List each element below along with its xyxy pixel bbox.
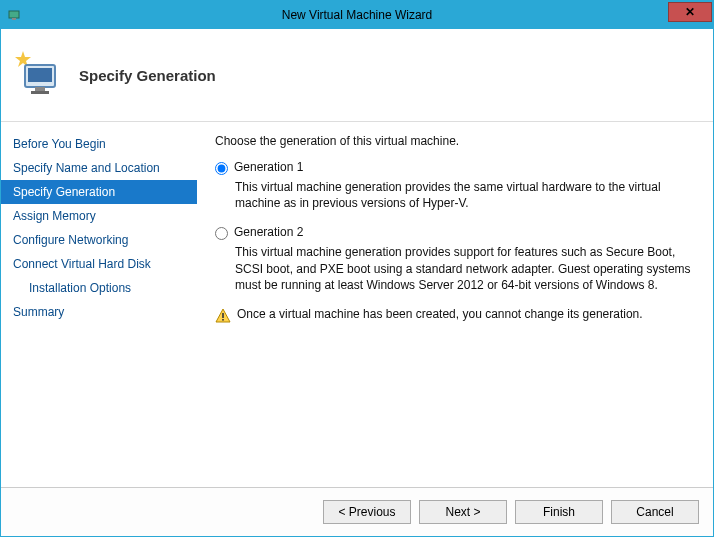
page-heading: Specify Generation (79, 67, 216, 84)
content-pane: Choose the generation of this virtual ma… (197, 122, 713, 487)
wizard-header: Specify Generation (1, 29, 713, 122)
step-specify-generation[interactable]: Specify Generation (1, 180, 197, 204)
step-specify-name-location[interactable]: Specify Name and Location (1, 156, 197, 180)
warning-text: Once a virtual machine has been created,… (237, 307, 643, 321)
gen2-option[interactable]: Generation 2 (215, 225, 697, 240)
cancel-button[interactable]: Cancel (611, 500, 699, 524)
previous-button[interactable]: < Previous (323, 500, 411, 524)
step-before-you-begin[interactable]: Before You Begin (1, 132, 197, 156)
wizard-footer: < Previous Next > Finish Cancel (1, 487, 713, 536)
svg-rect-9 (222, 319, 224, 321)
wizard-window: New Virtual Machine Wizard ✕ Specify Gen… (0, 0, 714, 537)
titlebar: New Virtual Machine Wizard ✕ (1, 1, 713, 29)
step-summary[interactable]: Summary (1, 300, 197, 324)
svg-rect-8 (222, 313, 224, 318)
step-installation-options[interactable]: Installation Options (1, 276, 197, 300)
gen1-radio[interactable] (215, 162, 228, 175)
svg-rect-6 (31, 91, 49, 94)
warning-icon (215, 308, 231, 324)
svg-rect-5 (35, 87, 45, 91)
warning-row: Once a virtual machine has been created,… (215, 307, 697, 324)
step-configure-networking[interactable]: Configure Networking (1, 228, 197, 252)
wizard-icon (11, 47, 67, 103)
gen2-radio[interactable] (215, 227, 228, 240)
gen1-label: Generation 1 (234, 160, 303, 174)
instruction-text: Choose the generation of this virtual ma… (215, 134, 697, 148)
gen2-description: This virtual machine generation provides… (235, 244, 697, 293)
gen1-description: This virtual machine generation provides… (235, 179, 697, 211)
wizard-body: Before You Begin Specify Name and Locati… (1, 122, 713, 487)
gen2-label: Generation 2 (234, 225, 303, 239)
window-title: New Virtual Machine Wizard (1, 8, 713, 22)
next-button[interactable]: Next > (419, 500, 507, 524)
step-assign-memory[interactable]: Assign Memory (1, 204, 197, 228)
svg-rect-4 (28, 68, 52, 82)
step-connect-vhd[interactable]: Connect Virtual Hard Disk (1, 252, 197, 276)
finish-button[interactable]: Finish (515, 500, 603, 524)
step-sidebar: Before You Begin Specify Name and Locati… (1, 122, 197, 487)
gen1-option[interactable]: Generation 1 (215, 160, 697, 175)
